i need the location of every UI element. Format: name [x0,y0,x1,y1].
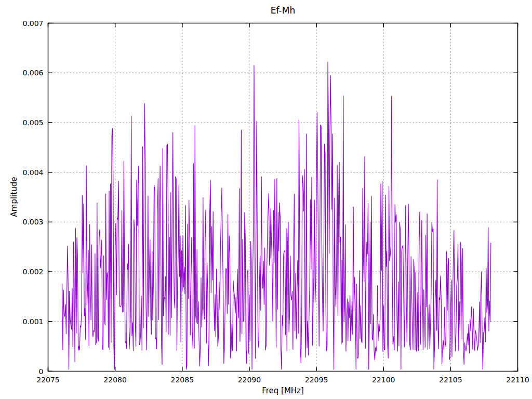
chart-page: Ef-Mh Amplitude Freq [MHz] 2207522080220… [0,0,532,399]
y-tick-label: 0.006 [22,69,43,77]
x-tick-label: 22090 [238,376,261,384]
plot-area: 2207522080220852209022095221002210522110… [0,0,532,399]
y-tick-label: 0 [39,367,44,376]
series-line-ef-mh [62,62,491,369]
x-tick-label: 22105 [439,376,462,384]
x-tick-label: 22110 [506,376,529,384]
x-tick-label: 22100 [372,376,395,384]
y-tick-label: 0.004 [22,168,43,177]
x-tick-label: 22080 [103,376,127,384]
x-tick-label: 22085 [171,376,194,384]
y-tick-label: 0.003 [22,218,43,226]
x-tick-label: 22095 [305,376,328,384]
y-tick-label: 0.005 [22,118,43,127]
y-tick-label: 0.001 [22,317,43,326]
y-tick-label: 0.002 [22,268,43,276]
y-tick-label: 0.007 [22,19,43,28]
x-tick-label: 22075 [36,376,60,384]
